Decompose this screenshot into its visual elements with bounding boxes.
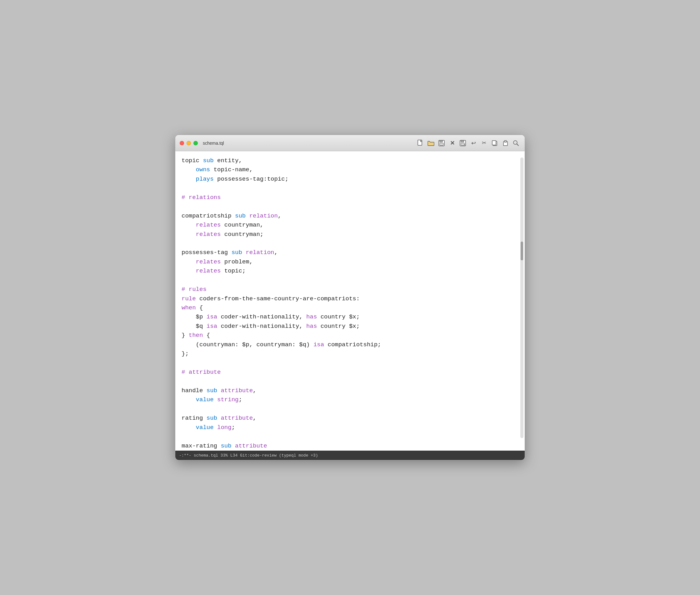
svg-rect-6: [461, 143, 465, 145]
svg-rect-2: [440, 140, 443, 142]
editor-area[interactable]: topic sub entity, owns topic-name, plays…: [175, 151, 525, 451]
cut-icon[interactable]: ✂: [480, 139, 488, 147]
undo-icon[interactable]: ↩: [469, 139, 478, 147]
maximize-button[interactable]: [193, 141, 198, 145]
new-file-icon[interactable]: [416, 139, 425, 147]
traffic-lights: [180, 141, 198, 145]
titlebar: schema.tql ✕: [175, 135, 525, 151]
scrollbar[interactable]: [520, 158, 524, 438]
svg-rect-5: [461, 140, 464, 142]
svg-rect-10: [504, 141, 507, 142]
minimize-button[interactable]: [187, 141, 191, 145]
statusbar-text: -:**- schema.tql 33% L34 Git:code-review…: [179, 453, 318, 458]
open-folder-icon[interactable]: [426, 139, 435, 147]
statusbar: -:**- schema.tql 33% L34 Git:code-review…: [175, 451, 525, 460]
close-button[interactable]: [180, 141, 184, 145]
search-icon[interactable]: [511, 139, 520, 147]
main-window: schema.tql ✕: [175, 135, 525, 460]
copy-icon[interactable]: [490, 139, 499, 147]
scrollbar-thumb[interactable]: [521, 242, 523, 260]
paste-icon[interactable]: [501, 139, 510, 147]
save-icon[interactable]: [437, 139, 446, 147]
svg-rect-8: [492, 141, 496, 145]
close-x-icon[interactable]: ✕: [448, 139, 456, 147]
svg-rect-3: [440, 143, 443, 145]
window-title: schema.tql: [203, 141, 224, 146]
toolbar: ✕ ↩ ✂: [416, 139, 520, 147]
svg-point-11: [513, 141, 517, 144]
code-editor[interactable]: topic sub entity, owns topic-name, plays…: [181, 156, 519, 451]
save-copy-icon[interactable]: [458, 139, 467, 147]
